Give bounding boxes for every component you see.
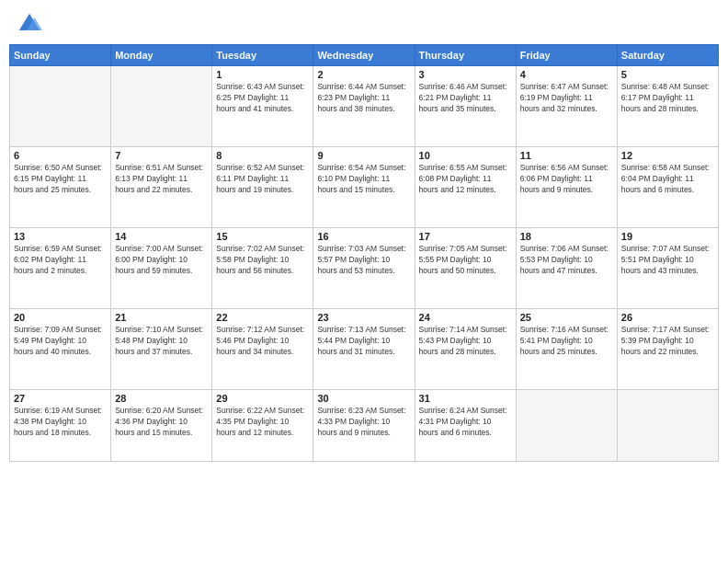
calendar: SundayMondayTuesdayWednesdayThursdayFrid… [0,44,728,563]
day-number: 17 [419,231,512,242]
day-cell: 22Sunrise: 7:12 AM Sunset: 5:46 PM Dayli… [212,309,313,390]
day-number: 1 [216,69,309,80]
page: SundayMondayTuesdayWednesdayThursdayFrid… [0,0,728,563]
day-cell: 2Sunrise: 6:44 AM Sunset: 6:23 PM Daylig… [313,66,415,147]
day-cell: 28Sunrise: 6:20 AM Sunset: 4:36 PM Dayli… [111,390,212,462]
logo [17,11,46,37]
day-info: Sunrise: 7:07 AM Sunset: 5:51 PM Dayligh… [621,244,714,277]
logo-icon [17,11,42,37]
day-cell: 17Sunrise: 7:05 AM Sunset: 5:55 PM Dayli… [415,228,516,309]
day-info: Sunrise: 7:06 AM Sunset: 5:53 PM Dayligh… [520,244,613,277]
day-number: 25 [520,312,613,323]
day-number: 27 [14,393,107,404]
day-number: 5 [621,69,714,80]
day-cell: 23Sunrise: 7:13 AM Sunset: 5:44 PM Dayli… [313,309,415,390]
day-info: Sunrise: 7:03 AM Sunset: 5:57 PM Dayligh… [317,244,410,277]
week-row-5: 27Sunrise: 6:19 AM Sunset: 4:38 PM Dayli… [10,390,719,462]
day-cell: 3Sunrise: 6:46 AM Sunset: 6:21 PM Daylig… [415,66,516,147]
day-number: 28 [115,393,208,404]
day-info: Sunrise: 6:56 AM Sunset: 6:06 PM Dayligh… [520,163,613,196]
day-cell: 10Sunrise: 6:55 AM Sunset: 6:08 PM Dayli… [415,147,516,228]
day-cell: 6Sunrise: 6:50 AM Sunset: 6:15 PM Daylig… [10,147,111,228]
week-row-4: 20Sunrise: 7:09 AM Sunset: 5:49 PM Dayli… [10,309,719,390]
day-cell: 20Sunrise: 7:09 AM Sunset: 5:49 PM Dayli… [10,309,111,390]
day-number: 11 [520,150,613,161]
header-row: SundayMondayTuesdayWednesdayThursdayFrid… [10,45,719,66]
day-number: 8 [216,150,309,161]
day-header-friday: Friday [516,45,617,66]
day-info: Sunrise: 6:19 AM Sunset: 4:38 PM Dayligh… [14,406,107,439]
week-row-1: 1Sunrise: 6:43 AM Sunset: 6:25 PM Daylig… [10,66,719,147]
day-info: Sunrise: 7:00 AM Sunset: 6:00 PM Dayligh… [115,244,208,277]
day-cell: 13Sunrise: 6:59 AM Sunset: 6:02 PM Dayli… [10,228,111,309]
day-number: 6 [14,150,107,161]
day-cell: 7Sunrise: 6:51 AM Sunset: 6:13 PM Daylig… [111,147,212,228]
day-cell: 26Sunrise: 7:17 AM Sunset: 5:39 PM Dayli… [617,309,718,390]
day-number: 23 [317,312,410,323]
day-cell: 18Sunrise: 7:06 AM Sunset: 5:53 PM Dayli… [516,228,617,309]
day-cell: 24Sunrise: 7:14 AM Sunset: 5:43 PM Dayli… [415,309,516,390]
day-info: Sunrise: 6:51 AM Sunset: 6:13 PM Dayligh… [115,163,208,196]
day-cell [617,390,718,462]
day-header-sunday: Sunday [10,45,111,66]
day-cell: 5Sunrise: 6:48 AM Sunset: 6:17 PM Daylig… [617,66,718,147]
day-cell: 30Sunrise: 6:23 AM Sunset: 4:33 PM Dayli… [313,390,415,462]
day-cell: 12Sunrise: 6:58 AM Sunset: 6:04 PM Dayli… [617,147,718,228]
day-header-wednesday: Wednesday [313,45,415,66]
day-number: 7 [115,150,208,161]
day-info: Sunrise: 6:20 AM Sunset: 4:36 PM Dayligh… [115,406,208,439]
day-info: Sunrise: 6:58 AM Sunset: 6:04 PM Dayligh… [621,163,714,196]
day-number: 12 [621,150,714,161]
day-number: 31 [419,393,512,404]
day-number: 20 [14,312,107,323]
day-number: 18 [520,231,613,242]
day-number: 16 [317,231,410,242]
day-cell: 16Sunrise: 7:03 AM Sunset: 5:57 PM Dayli… [313,228,415,309]
day-number: 10 [419,150,512,161]
day-info: Sunrise: 7:16 AM Sunset: 5:41 PM Dayligh… [520,325,613,358]
day-number: 13 [14,231,107,242]
day-info: Sunrise: 6:50 AM Sunset: 6:15 PM Dayligh… [14,163,107,196]
day-info: Sunrise: 6:24 AM Sunset: 4:31 PM Dayligh… [419,406,512,439]
day-info: Sunrise: 7:13 AM Sunset: 5:44 PM Dayligh… [317,325,410,358]
day-cell [516,390,617,462]
day-header-thursday: Thursday [415,45,516,66]
day-info: Sunrise: 6:52 AM Sunset: 6:11 PM Dayligh… [216,163,309,196]
day-cell [111,66,212,147]
day-cell: 31Sunrise: 6:24 AM Sunset: 4:31 PM Dayli… [415,390,516,462]
day-cell: 25Sunrise: 7:16 AM Sunset: 5:41 PM Dayli… [516,309,617,390]
day-header-tuesday: Tuesday [212,45,313,66]
day-info: Sunrise: 6:22 AM Sunset: 4:35 PM Dayligh… [216,406,309,439]
day-info: Sunrise: 7:12 AM Sunset: 5:46 PM Dayligh… [216,325,309,358]
day-cell: 4Sunrise: 6:47 AM Sunset: 6:19 PM Daylig… [516,66,617,147]
day-number: 9 [317,150,410,161]
day-number: 22 [216,312,309,323]
day-info: Sunrise: 6:59 AM Sunset: 6:02 PM Dayligh… [14,244,107,277]
day-number: 30 [317,393,410,404]
day-info: Sunrise: 6:54 AM Sunset: 6:10 PM Dayligh… [317,163,410,196]
day-info: Sunrise: 6:46 AM Sunset: 6:21 PM Dayligh… [419,82,512,115]
day-number: 14 [115,231,208,242]
day-info: Sunrise: 6:44 AM Sunset: 6:23 PM Dayligh… [317,82,410,115]
day-cell: 15Sunrise: 7:02 AM Sunset: 5:58 PM Dayli… [212,228,313,309]
day-cell: 27Sunrise: 6:19 AM Sunset: 4:38 PM Dayli… [10,390,111,462]
day-info: Sunrise: 7:09 AM Sunset: 5:49 PM Dayligh… [14,325,107,358]
calendar-table: SundayMondayTuesdayWednesdayThursdayFrid… [9,44,719,462]
day-number: 21 [115,312,208,323]
day-info: Sunrise: 7:05 AM Sunset: 5:55 PM Dayligh… [419,244,512,277]
day-header-saturday: Saturday [617,45,718,66]
day-number: 3 [419,69,512,80]
day-cell: 21Sunrise: 7:10 AM Sunset: 5:48 PM Dayli… [111,309,212,390]
day-info: Sunrise: 7:02 AM Sunset: 5:58 PM Dayligh… [216,244,309,277]
day-number: 24 [419,312,512,323]
day-cell: 1Sunrise: 6:43 AM Sunset: 6:25 PM Daylig… [212,66,313,147]
day-number: 2 [317,69,410,80]
day-cell: 14Sunrise: 7:00 AM Sunset: 6:00 PM Dayli… [111,228,212,309]
day-info: Sunrise: 6:43 AM Sunset: 6:25 PM Dayligh… [216,82,309,115]
day-info: Sunrise: 7:14 AM Sunset: 5:43 PM Dayligh… [419,325,512,358]
day-info: Sunrise: 6:55 AM Sunset: 6:08 PM Dayligh… [419,163,512,196]
day-cell: 11Sunrise: 6:56 AM Sunset: 6:06 PM Dayli… [516,147,617,228]
day-info: Sunrise: 7:10 AM Sunset: 5:48 PM Dayligh… [115,325,208,358]
day-number: 19 [621,231,714,242]
day-info: Sunrise: 7:17 AM Sunset: 5:39 PM Dayligh… [621,325,714,358]
